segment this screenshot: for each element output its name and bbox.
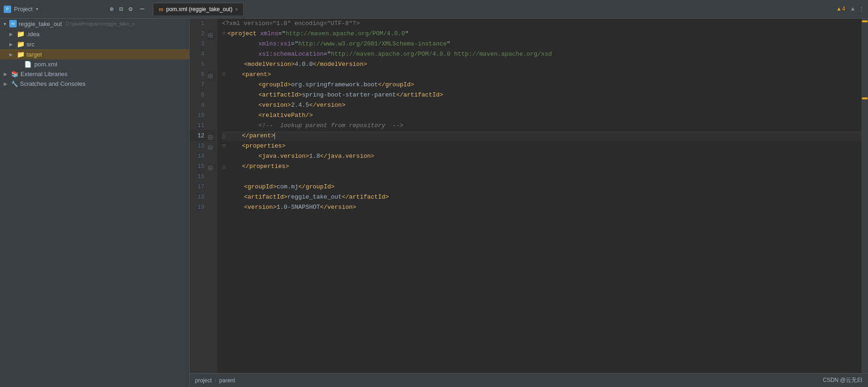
ln-4: 4 — [189, 49, 208, 59]
fold-marker-12[interactable]: − — [208, 135, 213, 140]
sidebar-item-scratches[interactable]: ▶ 🔧 Scratches and Consoles — [0, 79, 189, 89]
scratches-arrow-icon: ▶ — [2, 81, 9, 86]
code-line-12: △ </parent> — [222, 131, 861, 141]
code-line-18: <artifactId>reggie_take_out</artifactId> — [222, 192, 861, 202]
warning-icon: ▲ — [837, 6, 841, 13]
code-line-10: <relativePath/> — [222, 110, 861, 121]
code-line-6: ▽ <parent> — [222, 70, 861, 80]
sidebar-item-external-libraries[interactable]: ▶ 📚 External Libraries — [0, 69, 189, 79]
ln-row-16: 16 — [189, 172, 217, 182]
line-1-content: <?xml version="1.0" encoding="UTF-8"?> — [222, 19, 359, 29]
ln-17: 17 — [189, 182, 208, 192]
title-bar: P Project ▾ ⊕ ⊟ ⚙ ─ m pom.xml (reggie_ta… — [0, 0, 868, 19]
code-line-9: <version>2.4.5</version> — [222, 100, 861, 110]
tabs-bar: m pom.xml (reggie_take_out) × — [148, 3, 834, 15]
ln-row-15: 15 − — [189, 161, 217, 172]
idea-label: .idea — [26, 31, 39, 38]
code-line-19: <version>1.0-SNAPSHOT</version> — [222, 202, 861, 213]
editor-content: 1 2 − 3 4 5 — [189, 19, 868, 373]
scratches-icon: 🔧 — [11, 81, 18, 87]
margin-warning-1 — [862, 20, 868, 22]
module-icon: m — [9, 20, 17, 27]
fold-icon-13[interactable]: ▽ — [222, 141, 226, 151]
fold-marker-15[interactable]: − — [208, 166, 213, 170]
project-label: Project — [14, 6, 33, 13]
minimize-icon[interactable]: ─ — [140, 5, 144, 13]
ln-13: 13 — [189, 141, 208, 151]
target-arrow-icon: ▶ — [7, 52, 15, 57]
ln-row-6: 6 − — [189, 70, 217, 80]
add-icon[interactable]: ⊕ — [110, 5, 113, 13]
line-number-column: 1 2 − 3 4 5 — [189, 19, 217, 373]
breadcrumb-parent: parent — [219, 377, 235, 384]
code-editor[interactable]: <?xml version="1.0" encoding="UTF-8"?> ▽… — [217, 19, 861, 373]
ln-row-1: 1 — [189, 19, 217, 29]
code-line-1: <?xml version="1.0" encoding="UTF-8"?> — [222, 19, 861, 29]
fold-icon-15[interactable]: △ — [222, 161, 226, 172]
ln-row-10: 10 — [189, 110, 217, 121]
scratches-label: Scratches and Consoles — [20, 80, 85, 87]
ln-row-5: 5 — [189, 59, 217, 70]
ln-row-17: 17 — [189, 182, 217, 192]
ln-18: 18 — [189, 192, 208, 202]
code-line-5: <modelVersion>4.0.0</modelVersion> — [222, 59, 861, 70]
ln-14: 14 — [189, 151, 208, 161]
ln-row-4: 4 — [189, 49, 217, 59]
ln-row-19: 19 — [189, 202, 217, 213]
settings-icon[interactable]: ⚙ — [129, 5, 132, 13]
fold-marker-6[interactable]: − — [208, 74, 213, 78]
project-dropdown-icon[interactable]: ▾ — [35, 6, 39, 12]
breadcrumb-project: project — [195, 377, 212, 384]
code-line-16 — [222, 172, 861, 182]
csdn-watermark: CSDN @云无归 — [822, 377, 862, 383]
ln-row-8: 8 — [189, 90, 217, 100]
ln-2: 2 — [189, 29, 208, 39]
fold-icon-2[interactable]: ▽ — [222, 29, 226, 39]
sidebar-item-pom-xml[interactable]: ▶ 📄 pom.xml — [0, 59, 189, 69]
fold-marker-2[interactable]: − — [208, 33, 213, 38]
root-arrow-icon: ▾ — [0, 21, 7, 26]
sidebar-item-src[interactable]: ▶ 📁 src — [0, 39, 189, 49]
xml-tab-icon: m — [159, 6, 163, 12]
more-options-icon[interactable]: ⋮ — [858, 6, 864, 13]
code-line-4: xsi:schemaLocation="http://maven.apache.… — [222, 49, 861, 59]
fold-marker-13[interactable]: − — [208, 145, 213, 150]
sidebar-root-item[interactable]: ▾ m reggie_take_out D:\javaProgram\reggi… — [0, 19, 189, 29]
idea-arrow-icon: ▶ — [7, 32, 15, 37]
chevron-up-icon[interactable]: ▲ — [851, 6, 855, 13]
ln-row-7: 7 — [189, 80, 217, 90]
code-line-15: △ </properties> — [222, 161, 861, 172]
ln-12: 12 — [189, 131, 208, 141]
warning-count: 4 — [842, 6, 845, 13]
pom-label: pom.xml — [34, 61, 57, 68]
fold-icon-6[interactable]: ▽ — [222, 70, 226, 80]
ln-9: 9 — [189, 100, 208, 110]
src-arrow-icon: ▶ — [7, 42, 15, 47]
status-bar: project › parent CSDN @云无归 — [189, 373, 868, 387]
code-line-3: xmlns:xsi="http://www.w3.org/2001/XMLSch… — [222, 39, 861, 49]
sidebar-item-target[interactable]: ▶ 📁 target — [0, 49, 189, 59]
ln-7: 7 — [189, 80, 208, 90]
tab-label: pom.xml (reggie_take_out) — [166, 6, 233, 13]
collapse-icon[interactable]: ⊟ — [119, 5, 123, 13]
ln-3: 3 — [189, 39, 208, 49]
idea-folder-icon: 📁 — [17, 30, 25, 38]
ln-15: 15 — [189, 161, 208, 172]
src-label: src — [26, 41, 34, 48]
ln-8: 8 — [189, 90, 208, 100]
ln-11: 11 — [189, 121, 208, 131]
sidebar-item-idea[interactable]: ▶ 📁 .idea — [0, 29, 189, 39]
breadcrumb-sep: › — [215, 377, 216, 384]
project-icon: P — [4, 6, 11, 13]
title-bar-left: P Project ▾ — [4, 6, 97, 13]
tab-close-button[interactable]: × — [235, 7, 238, 12]
ln-16: 16 — [189, 172, 208, 182]
margin-warning-2 — [862, 97, 868, 99]
tab-pom-xml[interactable]: m pom.xml (reggie_take_out) × — [153, 3, 244, 15]
code-line-17: <groupId>com.mj</groupId> — [222, 182, 861, 192]
code-line-14: <java.version>1.8</java.version> — [222, 151, 861, 161]
warning-badge: ▲ 4 — [837, 6, 845, 13]
fold-icon-12[interactable]: △ — [222, 131, 226, 141]
ln-19: 19 — [189, 202, 208, 213]
ln-10: 10 — [189, 110, 208, 121]
